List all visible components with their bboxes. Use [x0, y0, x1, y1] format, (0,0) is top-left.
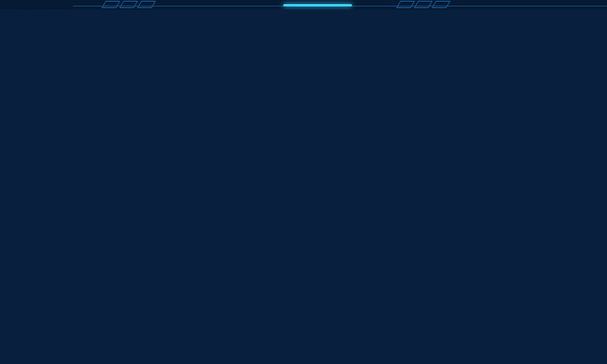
deco-shape: [431, 1, 450, 8]
deco-shape: [101, 1, 120, 8]
top-glow-line: [283, 4, 352, 6]
deco-shape: [414, 1, 432, 8]
deco-shape: [396, 1, 414, 8]
top-decoration: [0, 0, 607, 10]
deco-shape: [119, 1, 138, 8]
deco-shape: [137, 1, 155, 8]
monitoring-dashboard: 监 测 一期产线 二期产线 状态监测时间产线名称生产设施集气设施集气效率(m³/…: [0, 0, 607, 10]
